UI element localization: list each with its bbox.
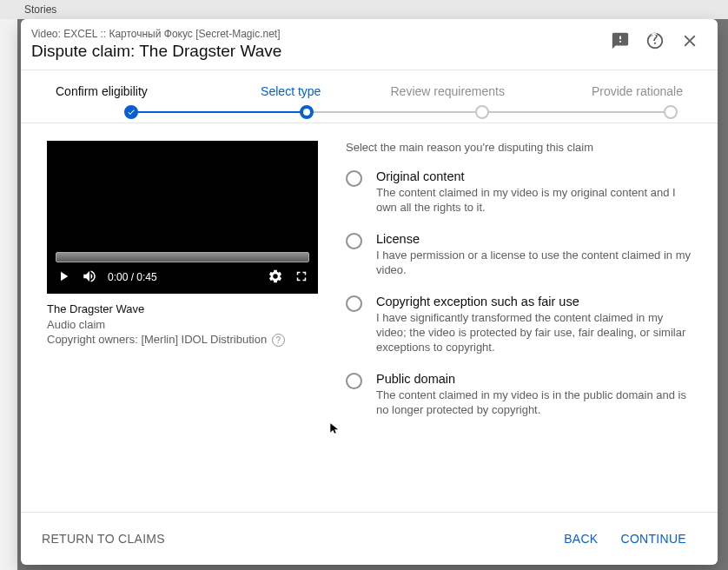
mouse-cursor [328,422,341,434]
step-node-2[interactable] [300,105,314,119]
radio-icon [346,233,362,249]
step-confirm-eligibility[interactable]: Confirm eligibility [56,84,213,98]
step-node-1[interactable] [124,105,138,119]
video-meta: The Dragster Wave Audio claim Copyright … [47,302,318,347]
option-desc: I have permission or a license to use th… [376,248,692,277]
dialog-content: 0:00 / 0:45 The Dragster Wave Audio clai… [21,123,718,512]
video-player[interactable]: 0:00 / 0:45 [47,141,318,294]
volume-icon[interactable] [82,268,97,287]
owners-help-icon[interactable]: ? [272,334,285,347]
check-icon [127,108,136,116]
dialog-title: Dispute claim: The Dragster Wave [31,42,601,61]
option-desc: The content claimed in my video is in th… [376,388,692,417]
step-review-requirements: Review requirements [369,84,526,98]
back-button[interactable]: BACK [552,525,610,553]
option-license[interactable]: License I have permission or a license t… [346,232,692,277]
play-icon[interactable] [56,268,71,287]
option-desc: I have significantly transformed the con… [376,310,692,355]
option-title: Public domain [376,372,692,386]
step-provide-rationale: Provide rationale [526,84,684,98]
option-title: License [376,232,692,246]
step-node-4 [664,105,678,119]
continue-button[interactable]: CONTINUE [610,525,697,553]
video-controls: 0:00 / 0:45 [47,264,318,290]
track-line-progress [131,111,307,113]
option-fair-use[interactable]: Copyright exception such as fair use I h… [346,295,692,355]
fullscreen-icon[interactable] [294,268,309,287]
background-sidebar [0,0,17,570]
option-desc: The content claimed in my video is my or… [376,185,692,215]
option-public-domain[interactable]: Public domain The content claimed in my … [346,372,692,417]
radio-icon [346,295,362,312]
left-column: 0:00 / 0:45 The Dragster Wave Audio clai… [47,141,318,494]
radio-icon [346,373,362,389]
stepper-labels: Confirm eligibility Select type Review r… [56,84,683,98]
header-icons [608,30,702,54]
header-text: Video: EXCEL :: Карточный Фокус [Secret-… [31,28,601,61]
close-button[interactable] [678,30,702,54]
option-original-content[interactable]: Original content The content claimed in … [346,169,692,215]
dialog-footer: RETURN TO CLAIMS BACK CONTINUE [21,512,718,565]
help-button[interactable] [643,30,667,54]
close-icon [680,31,699,53]
radio-icon [346,170,362,187]
time-display: 0:00 / 0:45 [108,271,157,283]
section-label: Select the main reason you're disputing … [346,141,692,154]
help-icon [645,31,665,53]
video-scrubber[interactable] [56,252,309,262]
step-node-3 [475,105,489,119]
copyright-owners: Copyright owners: [Merlin] IDOL Distribu… [47,332,318,347]
feedback-icon [611,31,630,53]
option-title: Original content [376,169,692,183]
claim-type: Audio claim [47,317,318,332]
feedback-button[interactable] [608,30,632,54]
step-select-type[interactable]: Select type [213,84,370,98]
stepper-track [56,107,683,117]
claimed-title: The Dragster Wave [47,302,318,315]
dispute-dialog: Video: EXCEL :: Карточный Фокус [Secret-… [21,19,718,565]
background-tab: Stories [0,0,728,19]
dialog-header: Video: EXCEL :: Карточный Фокус [Secret-… [21,19,718,70]
right-column: Select the main reason you're disputing … [346,141,692,494]
return-to-claims-button[interactable]: RETURN TO CLAIMS [42,532,165,546]
settings-icon[interactable] [268,268,283,287]
stepper: Confirm eligibility Select type Review r… [21,70,718,123]
video-label: Video: EXCEL :: Карточный Фокус [Secret-… [31,28,601,40]
option-title: Copyright exception such as fair use [376,295,692,308]
